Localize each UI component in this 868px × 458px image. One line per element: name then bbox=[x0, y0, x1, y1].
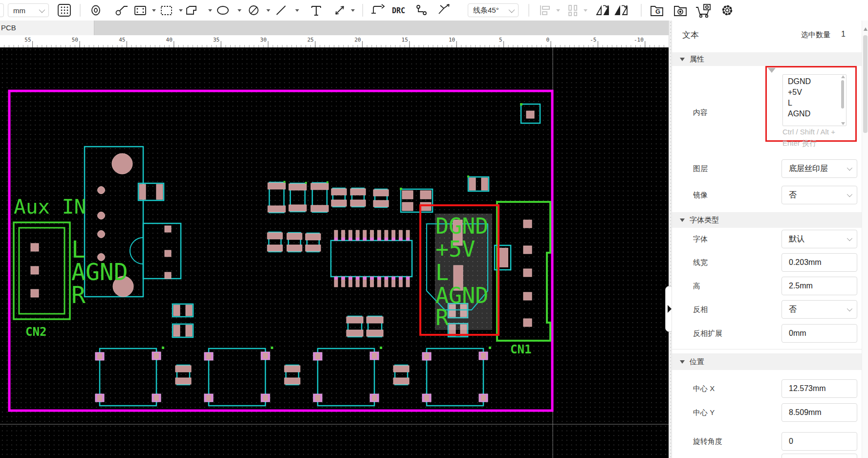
silk-cn1[interactable]: CN1 bbox=[510, 343, 531, 356]
smd-capacitor[interactable] bbox=[311, 183, 328, 212]
section-font-type[interactable]: 字体类型 bbox=[672, 212, 868, 228]
chevron-down-icon[interactable] bbox=[295, 9, 299, 12]
pad-tool-icon[interactable] bbox=[92, 6, 100, 15]
scroll-thumb[interactable] bbox=[863, 35, 868, 133]
keepout-tool-icon[interactable] bbox=[249, 6, 258, 15]
invert-expand-input[interactable]: 0mm bbox=[781, 324, 857, 343]
scroll-thumb[interactable] bbox=[841, 80, 844, 109]
pcb-canvas[interactable]: Aux IN L AGND R CN2 CN1 DGND +5V L AGND … bbox=[0, 47, 669, 458]
ruler-tick-label: 15 bbox=[402, 37, 408, 43]
smd-component[interactable] bbox=[468, 177, 489, 191]
scroll-up-icon[interactable] bbox=[864, 27, 868, 31]
smd-capacitor[interactable] bbox=[289, 183, 306, 212]
chevron-down-icon[interactable] bbox=[208, 9, 212, 12]
section-attributes[interactable]: 属性 bbox=[672, 52, 868, 66]
smd-capacitor[interactable] bbox=[331, 188, 347, 207]
toolbar: mm bbox=[0, 0, 868, 21]
layer-select[interactable]: 底层丝印层 bbox=[781, 159, 857, 178]
center-x-input[interactable]: 12.573mm bbox=[781, 379, 857, 398]
section-position[interactable]: 位置 bbox=[672, 353, 868, 370]
smd-capacitor[interactable] bbox=[175, 365, 191, 385]
smd-capacitor[interactable] bbox=[287, 233, 302, 252]
smd-capacitor[interactable] bbox=[267, 232, 282, 252]
ruler-tick-label: 20 bbox=[354, 37, 361, 43]
smd-component[interactable] bbox=[138, 183, 164, 200]
scroll-up-icon[interactable] bbox=[841, 75, 845, 78]
route-tool-icon[interactable] bbox=[371, 4, 384, 13]
settings-gear-icon[interactable] bbox=[723, 6, 732, 15]
tactile-button[interactable] bbox=[95, 347, 164, 406]
polygon-tool-icon[interactable] bbox=[187, 6, 196, 14]
tactile-button[interactable] bbox=[313, 347, 382, 406]
cn2-connector[interactable] bbox=[14, 222, 70, 319]
tactile-button[interactable] bbox=[204, 347, 273, 406]
gerber-letter: G bbox=[654, 8, 662, 15]
chevron-down-icon[interactable] bbox=[556, 9, 560, 12]
panel-scrollbar[interactable] bbox=[862, 21, 868, 458]
chevron-down-icon[interactable] bbox=[266, 9, 270, 12]
font-select[interactable]: 默认 bbox=[781, 230, 857, 248]
chevron-down-icon[interactable] bbox=[179, 9, 183, 12]
content-textarea[interactable]: DGND +5V L AGND bbox=[782, 74, 846, 126]
svg-text:R[interactable]: R bbox=[71, 281, 86, 308]
track-tool-icon[interactable] bbox=[417, 5, 426, 15]
dimension-tool-icon[interactable] bbox=[336, 6, 344, 14]
svg-text:L[interactable]: L bbox=[435, 260, 449, 285]
svg-text:+5V[interactable]: +5V bbox=[435, 236, 475, 262]
chevron-down-icon[interactable] bbox=[152, 9, 156, 12]
smd-capacitor[interactable] bbox=[284, 365, 300, 385]
ruler-tick-label: 40 bbox=[166, 37, 173, 43]
cn1-connector[interactable] bbox=[495, 202, 550, 341]
line-tool-icon[interactable] bbox=[277, 6, 285, 15]
mirror-select[interactable]: 否 bbox=[781, 186, 857, 204]
chevron-down-icon[interactable] bbox=[584, 9, 587, 12]
invert-select[interactable]: 否 bbox=[781, 300, 857, 319]
line-mode-select[interactable]: 线条45° bbox=[468, 3, 519, 17]
crystal-component[interactable] bbox=[400, 188, 433, 212]
svg-text:R[interactable]: R bbox=[435, 305, 449, 330]
smd-capacitor[interactable] bbox=[393, 365, 409, 385]
drc-button[interactable]: DRC bbox=[392, 6, 405, 15]
ruler-tick-label: 0 bbox=[546, 37, 549, 43]
layer-label: 图层 bbox=[693, 159, 708, 178]
smd-capacitor[interactable] bbox=[305, 233, 321, 252]
ic-chip[interactable] bbox=[331, 230, 412, 287]
net-split-tool-icon[interactable] bbox=[439, 4, 449, 14]
order-pcb-cart-icon[interactable] bbox=[696, 4, 710, 17]
textarea-scrollbar[interactable] bbox=[841, 75, 845, 125]
align-icon[interactable] bbox=[541, 5, 549, 15]
chevron-down-icon[interactable] bbox=[238, 9, 241, 12]
via-tool-icon[interactable] bbox=[116, 6, 128, 15]
smd-component[interactable] bbox=[173, 324, 193, 337]
tab-pcb[interactable]: PCB bbox=[0, 21, 94, 35]
rotation-label: 旋转角度 bbox=[693, 432, 722, 451]
smd-capacitor[interactable] bbox=[268, 182, 285, 213]
smd-capacitor[interactable] bbox=[350, 188, 366, 207]
center-y-input[interactable]: 8.509mm bbox=[781, 403, 857, 422]
scroll-down-icon[interactable] bbox=[841, 122, 845, 125]
svg-text:DGND[interactable]: DGND bbox=[435, 213, 488, 239]
rect-tool-icon[interactable] bbox=[135, 6, 146, 15]
export-icon[interactable] bbox=[674, 6, 686, 16]
smd-component[interactable] bbox=[173, 304, 193, 317]
flip-horizontal-icon[interactable] bbox=[597, 5, 608, 15]
text-tool-icon[interactable] bbox=[312, 6, 321, 15]
tactile-button[interactable] bbox=[422, 347, 491, 406]
distribute-icon[interactable] bbox=[569, 5, 577, 16]
smd-capacitor[interactable] bbox=[347, 316, 363, 337]
silk-aux-in[interactable]: Aux IN bbox=[14, 195, 86, 218]
content-hint: Ctrl / Shift / Alt + bbox=[782, 128, 835, 136]
grid-settings-icon[interactable] bbox=[58, 4, 70, 16]
silk-cn2[interactable]: CN2 bbox=[25, 325, 46, 339]
smd-capacitor[interactable] bbox=[373, 189, 389, 207]
chevron-down-icon[interactable] bbox=[351, 9, 355, 12]
rotation-input[interactable]: 0 bbox=[781, 432, 857, 451]
height-input[interactable]: 2.5mm bbox=[781, 277, 857, 295]
smd-component[interactable] bbox=[520, 103, 540, 123]
ellipse-tool-icon[interactable] bbox=[217, 6, 228, 14]
flip-vertical-icon[interactable] bbox=[615, 5, 627, 15]
line-width-input[interactable]: 0.203mm bbox=[781, 253, 857, 272]
lock-select[interactable]: 否 bbox=[781, 454, 857, 458]
select-tool-icon[interactable] bbox=[161, 6, 172, 15]
smd-capacitor[interactable] bbox=[367, 316, 383, 337]
